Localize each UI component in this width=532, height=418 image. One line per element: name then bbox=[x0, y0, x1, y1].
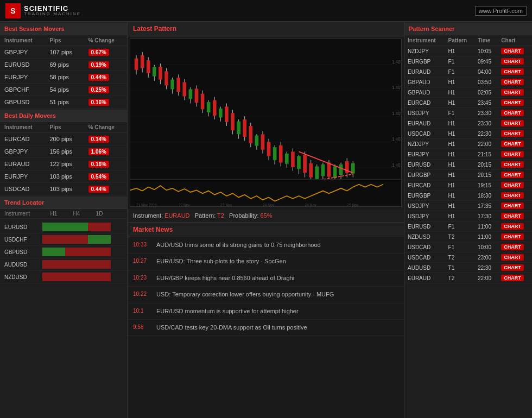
svg-text:1.4010: 1.4010 bbox=[392, 162, 401, 167]
chart-button[interactable]: CHART bbox=[501, 48, 524, 54]
chart-button[interactable]: CHART bbox=[501, 99, 524, 106]
scanner-time: 22:30 bbox=[474, 263, 498, 273]
svg-rect-76 bbox=[327, 162, 331, 176]
instrument-cell: GBPCHF bbox=[0, 84, 46, 96]
trend-col-1d: 1D bbox=[88, 211, 111, 217]
svg-rect-32 bbox=[195, 88, 199, 103]
svg-rect-80 bbox=[339, 164, 343, 175]
svg-rect-34 bbox=[201, 94, 205, 109]
instrument-cell: EURJPY bbox=[0, 71, 46, 84]
instrument-cell: USDCAD bbox=[0, 183, 46, 195]
scanner-time: 04:00 bbox=[474, 67, 498, 77]
pips-cell: 156 pips bbox=[46, 145, 84, 158]
trend-h1-cell bbox=[42, 260, 65, 269]
svg-rect-28 bbox=[182, 82, 186, 96]
svg-rect-40 bbox=[219, 109, 223, 118]
scanner-time: 10:00 bbox=[474, 242, 498, 252]
scanner-pattern: H1 bbox=[445, 46, 474, 56]
chart-info: Instrument: EURAUD Pattern: T2 Probabili… bbox=[128, 209, 404, 223]
logo-icon: S bbox=[5, 3, 21, 18]
scanner-chart-cell: CHART bbox=[498, 160, 532, 170]
scanner-chart-cell: CHART bbox=[498, 211, 532, 221]
chart-button[interactable]: CHART bbox=[501, 151, 524, 157]
table-row: GBPJPY 107 pips 0.67% bbox=[0, 46, 127, 59]
table-row: GBPJPY 156 pips 1.06% bbox=[0, 145, 127, 158]
main-content: Best Session Movers Instrument Pips % Ch… bbox=[0, 22, 532, 418]
chart-button[interactable]: CHART bbox=[501, 192, 524, 199]
chart-button[interactable]: CHART bbox=[501, 141, 524, 147]
chart-button[interactable]: CHART bbox=[501, 233, 524, 240]
svg-rect-44 bbox=[231, 113, 235, 130]
svg-text:22 Nov: 22 Nov bbox=[179, 203, 191, 206]
list-item: 10:22 USD: Temporary correction lower of… bbox=[128, 287, 404, 303]
instrument-cell: GBPJPY bbox=[0, 46, 46, 59]
instrument-cell: EURUSD bbox=[0, 59, 46, 71]
change-cell: 0.16% bbox=[84, 158, 127, 170]
change-badge: 0.16% bbox=[88, 99, 109, 106]
svg-rect-70 bbox=[309, 163, 313, 178]
col-pips: Pips bbox=[46, 35, 84, 46]
scanner-chart-cell: CHART bbox=[498, 221, 532, 232]
table-row: EURAUD H1 23:30 CHART bbox=[404, 118, 532, 129]
table-row: USDCAD F1 10:00 CHART bbox=[404, 242, 532, 252]
scanner-pattern: H1 bbox=[445, 77, 474, 87]
change-cell: 0.54% bbox=[84, 170, 127, 183]
pips-cell: 107 pips bbox=[46, 46, 84, 59]
chart-button[interactable]: CHART bbox=[501, 79, 524, 85]
chart-button[interactable]: CHART bbox=[501, 172, 524, 178]
news-text: USD: Temporary correction lower offers b… bbox=[156, 290, 334, 299]
chart-button[interactable]: CHART bbox=[501, 110, 524, 116]
scanner-time: 11:00 bbox=[474, 221, 498, 232]
trend-h1-cell bbox=[42, 273, 65, 281]
chart-button[interactable]: CHART bbox=[501, 182, 524, 188]
chart-button[interactable]: CHART bbox=[501, 213, 524, 219]
scanner-chart-cell: CHART bbox=[498, 263, 532, 273]
chart-button[interactable]: CHART bbox=[501, 161, 524, 168]
news-time: 10:23 bbox=[133, 275, 152, 281]
scanner-instrument: EURJPY bbox=[404, 149, 445, 160]
svg-text:1.4070: 1.4070 bbox=[392, 85, 401, 90]
list-item: 9:58 USD/CAD tests key 20-DMA support as… bbox=[128, 320, 404, 336]
scanner-instrument: NZDJPY bbox=[404, 46, 445, 56]
table-row: USDCAD H1 22:30 CHART bbox=[404, 129, 532, 139]
table-row: EURJPY H1 21:15 CHART bbox=[404, 149, 532, 160]
chart-button[interactable]: CHART bbox=[501, 120, 524, 126]
best-session-movers-table: Instrument Pips % Change GBPJPY 107 pips… bbox=[0, 35, 127, 109]
latest-pattern-title: Latest Pattern bbox=[128, 22, 404, 36]
trend-instrument: EURUSD bbox=[4, 224, 42, 230]
trend-h1-cell bbox=[42, 235, 65, 244]
best-daily-movers-table: Instrument Pips % Change EURCAD 200 pips… bbox=[0, 122, 127, 195]
scanner-pattern: H1 bbox=[445, 87, 474, 98]
chart-button[interactable]: CHART bbox=[501, 264, 524, 271]
svg-rect-52 bbox=[255, 136, 259, 146]
scanner-instrument: EURGBP bbox=[404, 191, 445, 201]
scanner-time: 17:35 bbox=[474, 201, 498, 211]
news-time: 9:58 bbox=[133, 324, 152, 330]
chart-button[interactable]: CHART bbox=[501, 68, 524, 75]
chart-button[interactable]: CHART bbox=[501, 89, 524, 96]
trend-h4-cell bbox=[65, 235, 88, 244]
trend-1d-cell bbox=[88, 223, 111, 231]
top-bar: S SCIENTIFIC TRADING MACHINE www.ProfitF… bbox=[0, 0, 532, 22]
scanner-time: 22:00 bbox=[474, 273, 498, 283]
scanner-time: 03:50 bbox=[474, 77, 498, 87]
scanner-chart-cell: CHART bbox=[498, 67, 532, 77]
chart-button[interactable]: CHART bbox=[501, 58, 524, 65]
scanner-col-time: Time bbox=[474, 35, 498, 46]
instrument-cell: EURCAD bbox=[0, 133, 46, 145]
pips-cell: 51 pips bbox=[46, 96, 84, 109]
chart-button[interactable]: CHART bbox=[501, 223, 524, 230]
logo-subtitle: TRADING MACHINE bbox=[24, 12, 81, 16]
chart-button[interactable]: CHART bbox=[501, 202, 524, 209]
table-row: EURGBP F1 09:45 CHART bbox=[404, 56, 532, 67]
trend-1d-cell bbox=[88, 260, 111, 269]
list-item: USDCHF bbox=[0, 233, 127, 246]
chart-button[interactable]: CHART bbox=[501, 275, 524, 281]
list-item: NZDUSD bbox=[0, 271, 127, 283]
chart-button[interactable]: CHART bbox=[501, 130, 524, 137]
scanner-chart-cell: CHART bbox=[498, 77, 532, 87]
scanner-chart-cell: CHART bbox=[498, 170, 532, 180]
chart-button[interactable]: CHART bbox=[501, 244, 524, 250]
scanner-pattern: T2 bbox=[445, 252, 474, 263]
chart-button[interactable]: CHART bbox=[501, 254, 524, 261]
